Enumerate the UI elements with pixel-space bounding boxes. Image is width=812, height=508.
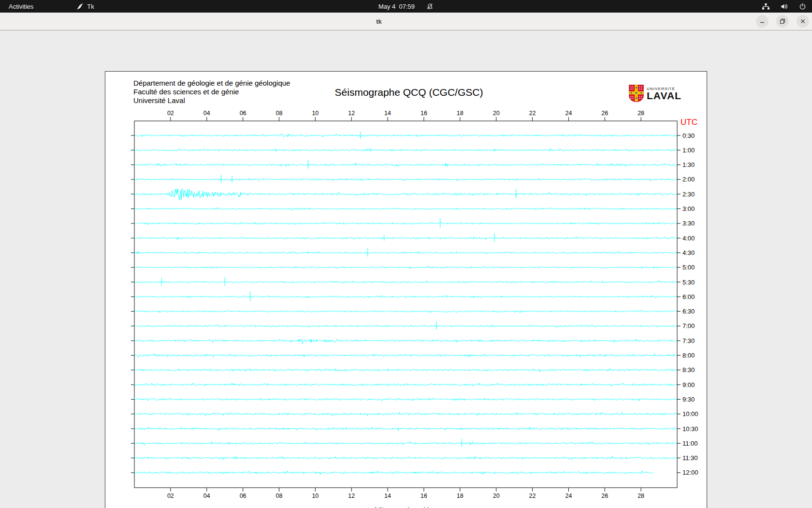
x-axis-title: Minutes écoulées bbox=[375, 506, 438, 508]
seismic-trace bbox=[134, 189, 677, 200]
seismic-trace bbox=[134, 310, 677, 313]
power-icon bbox=[799, 3, 806, 10]
seismic-trace bbox=[134, 325, 677, 328]
seismic-trace bbox=[134, 222, 677, 225]
x-tick-label-bottom: 18 bbox=[457, 493, 464, 499]
window-title: tk bbox=[376, 13, 382, 30]
restore-icon bbox=[780, 18, 785, 24]
x-tick-label-top: 26 bbox=[601, 110, 608, 117]
x-tick-label-top: 12 bbox=[348, 110, 355, 117]
row-time-label: 11:00 bbox=[682, 440, 698, 447]
seismic-trace bbox=[134, 354, 677, 358]
close-icon bbox=[800, 18, 806, 24]
seismic-trace bbox=[134, 281, 677, 283]
activities-label: Activities bbox=[9, 3, 33, 10]
row-time-label: 6:00 bbox=[682, 293, 695, 300]
seismic-trace bbox=[134, 369, 677, 372]
x-tick-label-bottom: 20 bbox=[493, 493, 500, 499]
row-time-label: 6:30 bbox=[682, 308, 695, 315]
seismic-trace bbox=[134, 412, 677, 416]
plot-border bbox=[134, 121, 677, 488]
minimize-icon bbox=[759, 18, 765, 24]
row-time-label: 8:00 bbox=[682, 352, 695, 359]
clock-menu[interactable]: May 4 07:59 bbox=[378, 0, 434, 13]
seismic-trace bbox=[134, 178, 677, 181]
x-tick-label-bottom: 12 bbox=[348, 493, 355, 499]
x-tick-label-bottom: 08 bbox=[276, 493, 283, 499]
tk-window-content: Département de géologie et de génie géol… bbox=[0, 31, 812, 508]
seismic-trace bbox=[134, 134, 677, 137]
x-tick-label-top: 28 bbox=[638, 110, 644, 117]
row-time-label: 9:00 bbox=[682, 381, 695, 388]
x-tick-label-bottom: 28 bbox=[638, 493, 644, 499]
gnome-top-bar: Activities Tk May 4 07:59 bbox=[0, 0, 812, 13]
seismic-trace bbox=[134, 398, 677, 401]
activities-button[interactable]: Activities bbox=[0, 0, 42, 13]
row-time-label: 5:30 bbox=[682, 279, 695, 286]
seismic-trace bbox=[134, 295, 677, 298]
x-tick-label-top: 16 bbox=[420, 110, 427, 117]
x-tick-label-bottom: 22 bbox=[529, 493, 536, 499]
app-menu[interactable]: Tk bbox=[77, 3, 94, 10]
row-time-label: 7:30 bbox=[682, 337, 695, 344]
system-status-area[interactable] bbox=[762, 0, 806, 13]
x-tick-label-bottom: 06 bbox=[240, 493, 246, 499]
x-tick-label-bottom: 24 bbox=[565, 493, 572, 499]
window-titlebar[interactable]: tk bbox=[0, 13, 812, 30]
seismic-trace bbox=[134, 427, 677, 430]
seismic-trace bbox=[134, 149, 677, 151]
tk-icon bbox=[77, 3, 84, 10]
row-time-label: 2:30 bbox=[682, 191, 695, 198]
app-menu-label: Tk bbox=[87, 3, 94, 10]
x-tick-label-top: 08 bbox=[276, 110, 283, 117]
seismic-trace bbox=[134, 456, 677, 460]
row-time-label: 10:30 bbox=[682, 425, 698, 433]
x-tick-label-top: 10 bbox=[312, 110, 319, 117]
x-tick-label-top: 04 bbox=[203, 110, 210, 117]
x-tick-label-top: 18 bbox=[457, 110, 464, 117]
row-time-label: 3:00 bbox=[682, 205, 695, 212]
row-time-label: 8:30 bbox=[682, 366, 695, 374]
seismic-trace bbox=[134, 237, 677, 239]
x-tick-label-bottom: 14 bbox=[384, 493, 391, 499]
seismic-trace bbox=[134, 383, 677, 386]
minimize-button[interactable] bbox=[756, 15, 768, 28]
row-time-label: 1:30 bbox=[682, 161, 695, 168]
seismograph-canvas: Département de géologie et de génie géol… bbox=[105, 71, 707, 508]
row-time-label: 4:00 bbox=[682, 235, 695, 242]
x-tick-label-bottom: 16 bbox=[420, 493, 427, 499]
seismic-trace bbox=[134, 442, 677, 445]
row-time-label: 4:30 bbox=[682, 249, 695, 256]
x-tick-label-bottom: 26 bbox=[601, 493, 608, 499]
seismic-trace bbox=[134, 252, 677, 254]
x-tick-label-bottom: 10 bbox=[312, 493, 319, 499]
clock-label: May 4 07:59 bbox=[378, 3, 415, 10]
row-time-label: 5:00 bbox=[682, 264, 695, 271]
network-wired-icon bbox=[762, 3, 770, 10]
row-time-label: 9:30 bbox=[682, 396, 695, 403]
notifications-muted-icon bbox=[426, 3, 434, 10]
x-tick-label-top: 24 bbox=[565, 110, 572, 117]
x-tick-label-top: 22 bbox=[529, 110, 536, 117]
x-tick-label-top: 06 bbox=[240, 110, 246, 117]
volume-icon bbox=[781, 3, 788, 10]
x-tick-label-bottom: 02 bbox=[167, 493, 174, 499]
row-time-label: 12:00 bbox=[682, 469, 698, 476]
seismic-trace bbox=[134, 163, 677, 166]
x-tick-label-top: 14 bbox=[384, 110, 391, 117]
seismic-trace bbox=[134, 208, 677, 210]
maximize-button[interactable] bbox=[776, 15, 789, 28]
row-time-label: 3:30 bbox=[682, 220, 695, 227]
row-time-label: 1:00 bbox=[682, 147, 695, 154]
x-tick-label-top: 02 bbox=[167, 110, 174, 117]
close-button[interactable] bbox=[797, 15, 809, 28]
row-time-label: 7:00 bbox=[682, 322, 695, 329]
seismic-trace bbox=[134, 471, 653, 475]
seismic-spikes bbox=[308, 160, 446, 169]
row-time-label: 11:30 bbox=[682, 454, 698, 462]
utc-axis-label: UTC bbox=[681, 118, 697, 127]
helicorder-plot: 0202040406060808101012121414161618182020… bbox=[105, 72, 708, 508]
x-tick-label-top: 20 bbox=[493, 110, 500, 117]
row-time-label: 0:30 bbox=[682, 132, 695, 139]
seismic-trace bbox=[134, 339, 677, 344]
